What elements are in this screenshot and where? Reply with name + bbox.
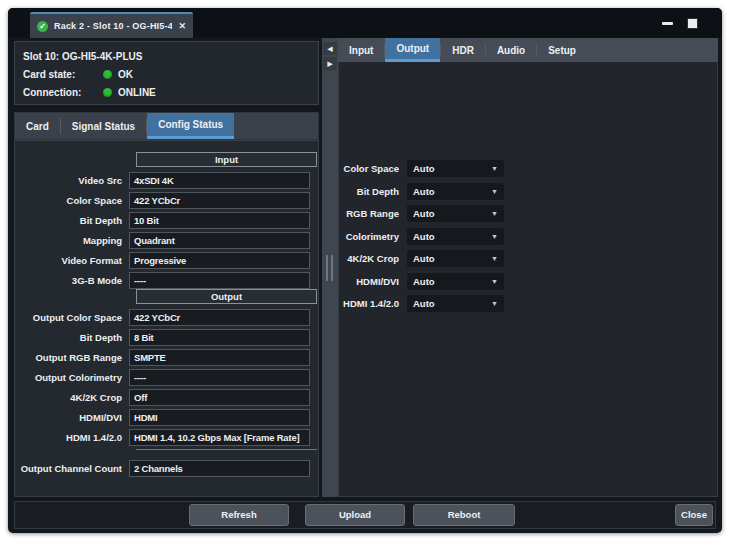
card-state-led-icon	[103, 70, 112, 79]
dropdown-value: Auto	[413, 298, 435, 309]
field-row-hdmi-version: HDMI 1.4/2.0 HDMI 1.4, 10.2 Gbps Max [Fr…	[15, 429, 318, 446]
field-row-3gb-mode: 3G-B Mode ----	[15, 272, 318, 289]
card-state-value: OK	[118, 69, 133, 80]
hdmi-version-dropdown[interactable]: Auto ▼	[407, 295, 504, 312]
panel-splitter[interactable]: ◀ ▶	[322, 38, 338, 497]
field-value-output-color-space: 422 YCbCr	[129, 309, 310, 326]
window-tab-title: Rack 2 - Slot 10 - OG-HI5-4K-PLUS	[54, 21, 172, 31]
field-row-hdmi-dvi: HDMI/DVI HDMI	[15, 409, 318, 426]
reboot-button[interactable]: Reboot	[413, 504, 515, 526]
tab-output[interactable]: Output	[385, 38, 440, 62]
chevron-down-icon: ▼	[491, 255, 498, 262]
tab-signal-status[interactable]: Signal Status	[61, 113, 146, 139]
field-row-channel-count: Output Channel Count 2 Channels	[15, 460, 318, 477]
field-value-hdmi-version: HDMI 1.4, 10.2 Gbps Max [Frame Rate]	[129, 429, 310, 446]
maximize-icon[interactable]	[687, 18, 698, 29]
field-label: HDMI/DVI	[15, 409, 129, 426]
field-row-output-rgb-range: Output RGB Range SMPTE	[15, 349, 318, 366]
app-window: ✓ Rack 2 - Slot 10 - OG-HI5-4K-PLUS ✕ Sl…	[8, 8, 722, 533]
setting-row-crop: 4K/2K Crop Auto ▼	[339, 250, 717, 267]
dropdown-value: Auto	[413, 231, 435, 242]
field-value-bit-depth: 10 Bit	[129, 212, 310, 229]
config-status-panel: Input Video Src 4xSDI 4K Color Space 422…	[14, 140, 319, 497]
field-row-crop: 4K/2K Crop Off	[15, 389, 318, 406]
expand-right-icon[interactable]: ▶	[323, 57, 337, 70]
dropdown-value: Auto	[413, 186, 435, 197]
rgb-range-dropdown[interactable]: Auto ▼	[407, 205, 504, 222]
field-row-mapping: Mapping Quadrant	[15, 232, 318, 249]
field-value-video-format: Progressive	[129, 252, 310, 269]
footer-bar: Refresh Upload Reboot Close	[14, 501, 716, 529]
card-state-row: Card state: OK	[23, 65, 310, 83]
setting-label: Colorimetry	[339, 228, 407, 245]
field-label: 3G-B Mode	[15, 272, 129, 289]
field-label: Output Channel Count	[15, 460, 129, 477]
section-divider	[136, 449, 317, 450]
tab-setup[interactable]: Setup	[537, 38, 587, 62]
collapse-left-icon[interactable]: ◀	[323, 42, 337, 55]
setting-label: 4K/2K Crop	[339, 250, 407, 267]
dropdown-value: Auto	[413, 253, 435, 264]
connected-check-icon: ✓	[37, 21, 48, 32]
crop-dropdown[interactable]: Auto ▼	[407, 250, 504, 267]
field-row-video-src: Video Src 4xSDI 4K	[15, 172, 318, 189]
field-value-output-rgb-range: SMPTE	[129, 349, 310, 366]
field-label: Video Src	[15, 172, 129, 189]
slot-title-row: Slot 10: OG-HI5-4K-PLUS	[23, 47, 310, 65]
refresh-button[interactable]: Refresh	[189, 504, 289, 526]
chevron-down-icon: ▼	[491, 165, 498, 172]
field-label: 4K/2K Crop	[15, 389, 129, 406]
close-button[interactable]: Close	[675, 504, 713, 526]
hdmi-dvi-dropdown[interactable]: Auto ▼	[407, 273, 504, 290]
field-row-output-bit-depth: Bit Depth 8 Bit	[15, 329, 318, 346]
setting-label: Color Space	[339, 160, 407, 177]
field-value-output-bit-depth: 8 Bit	[129, 329, 310, 346]
setting-row-rgb-range: RGB Range Auto ▼	[339, 205, 717, 222]
tab-input[interactable]: Input	[338, 38, 384, 62]
tab-close-icon[interactable]: ✕	[178, 21, 186, 31]
field-label: Mapping	[15, 232, 129, 249]
tab-card[interactable]: Card	[15, 113, 60, 139]
window-tab[interactable]: ✓ Rack 2 - Slot 10 - OG-HI5-4K-PLUS ✕	[30, 12, 193, 38]
chevron-down-icon: ▼	[491, 278, 498, 285]
field-value-3gb-mode: ----	[129, 272, 310, 289]
left-tab-bar: Card Signal Status Config Status	[14, 112, 319, 140]
field-row-output-color-space: Output Color Space 422 YCbCr	[15, 309, 318, 326]
field-value-mapping: Quadrant	[129, 232, 310, 249]
color-space-dropdown[interactable]: Auto ▼	[407, 160, 504, 177]
field-row-color-space: Color Space 422 YCbCr	[15, 192, 318, 209]
field-label: Bit Depth	[15, 329, 129, 346]
tab-hdr[interactable]: HDR	[441, 38, 485, 62]
chevron-down-icon: ▼	[491, 300, 498, 307]
slot-title: Slot 10: OG-HI5-4K-PLUS	[23, 51, 142, 62]
titlebar: ✓ Rack 2 - Slot 10 - OG-HI5-4K-PLUS ✕	[8, 8, 722, 38]
card-state-label: Card state:	[23, 69, 103, 80]
colorimetry-dropdown[interactable]: Auto ▼	[407, 228, 504, 245]
setting-label: HDMI 1.4/2.0	[339, 295, 407, 312]
tab-audio[interactable]: Audio	[486, 38, 536, 62]
chevron-down-icon: ▼	[491, 210, 498, 217]
field-label: Video Format	[15, 252, 129, 269]
field-label: Output Colorimetry	[15, 369, 129, 386]
minimize-icon[interactable]	[662, 22, 673, 25]
splitter-handle-icon[interactable]	[326, 255, 333, 281]
dropdown-value: Auto	[413, 163, 435, 174]
field-value-channel-count: 2 Channels	[129, 460, 310, 477]
output-settings-panel: Color Space Auto ▼ Bit Depth Auto ▼ RGB …	[338, 62, 718, 497]
setting-row-colorimetry: Colorimetry Auto ▼	[339, 228, 717, 245]
chevron-down-icon: ▼	[491, 188, 498, 195]
setting-row-color-space: Color Space Auto ▼	[339, 160, 717, 177]
field-label: Output RGB Range	[15, 349, 129, 366]
bit-depth-dropdown[interactable]: Auto ▼	[407, 183, 504, 200]
tab-config-status[interactable]: Config Status	[147, 113, 234, 139]
field-row-video-format: Video Format Progressive	[15, 252, 318, 269]
output-section-header: Output	[136, 289, 317, 304]
field-label: Output Color Space	[15, 309, 129, 326]
dropdown-value: Auto	[413, 208, 435, 219]
connection-led-icon	[103, 88, 112, 97]
connection-row: Connection: ONLINE	[23, 83, 310, 101]
setting-row-bit-depth: Bit Depth Auto ▼	[339, 183, 717, 200]
upload-button[interactable]: Upload	[305, 504, 405, 526]
field-label: Bit Depth	[15, 212, 129, 229]
field-value-output-colorimetry: ----	[129, 369, 310, 386]
